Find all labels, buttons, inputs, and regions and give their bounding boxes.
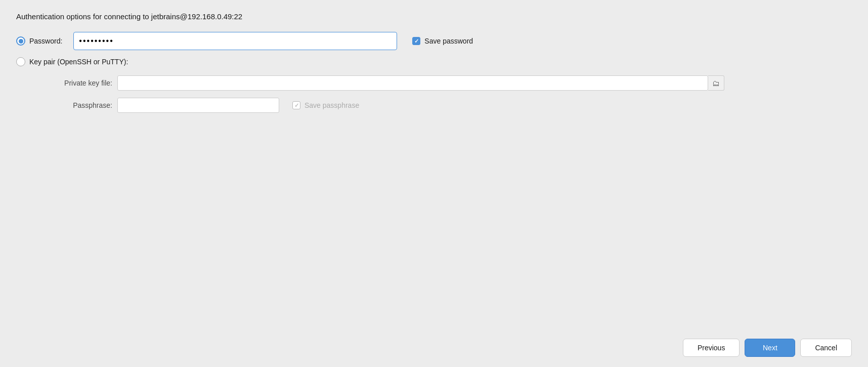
password-input[interactable] [73,32,397,50]
save-password-label: Save password [424,37,473,45]
dialog-title: Authentication options for connecting to… [16,12,852,21]
password-label: Password: [29,37,62,45]
save-password-checkbox[interactable] [412,37,420,45]
passphrase-label: Passphrase: [47,101,112,109]
save-passphrase-checkbox[interactable] [292,101,300,109]
private-key-label: Private key file: [47,79,112,87]
save-password-area: Save password [412,37,473,45]
passphrase-row: Passphrase: Save passphrase [47,98,852,113]
keypair-label: Key pair (OpenSSH or PuTTY): [29,58,128,66]
save-passphrase-label: Save passphrase [305,101,359,109]
keypair-radio[interactable]: Key pair (OpenSSH or PuTTY): [16,57,128,66]
keypair-subform: Private key file: 🗂 Passphrase: Save pas… [47,75,852,113]
private-key-row: Private key file: 🗂 [47,75,852,91]
folder-icon: 🗂 [712,79,720,88]
passphrase-input[interactable] [117,98,279,113]
save-passphrase-area: Save passphrase [292,101,359,109]
next-button[interactable]: Next [745,339,795,357]
keypair-radio-btn[interactable] [16,57,25,66]
footer: Previous Next Cancel [16,331,852,357]
private-key-input[interactable] [117,75,708,91]
password-radio-btn[interactable] [16,36,25,46]
cancel-button[interactable]: Cancel [800,339,852,357]
private-key-file-wrapper: 🗂 [117,75,724,91]
previous-button[interactable]: Previous [683,339,740,357]
password-radio[interactable]: Password: [16,36,62,46]
browse-button[interactable]: 🗂 [708,75,724,91]
